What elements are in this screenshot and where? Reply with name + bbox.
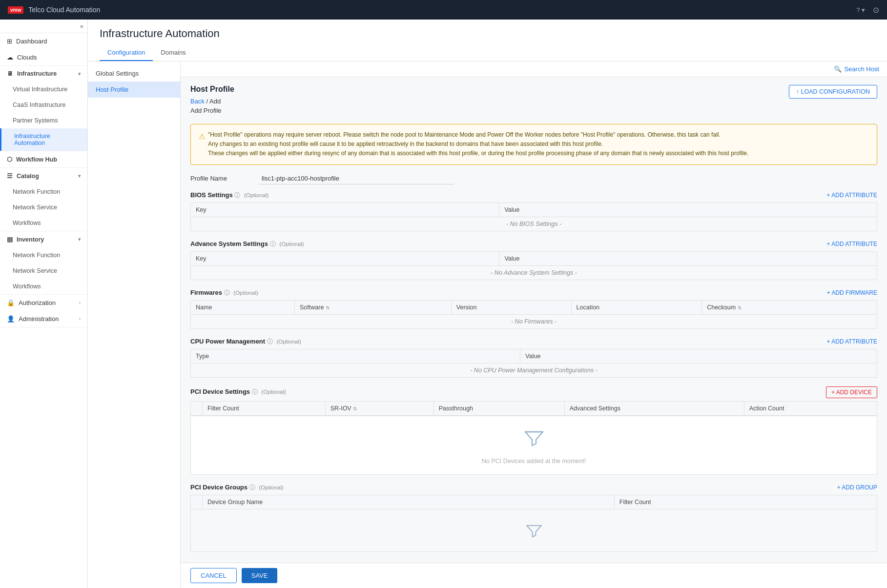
sidebar-item-infrastructure[interactable]: 🖥 Infrastructure ▾ xyxy=(0,66,87,81)
left-panel-item-global-settings[interactable]: Global Settings xyxy=(88,65,180,81)
pci-info-icon[interactable]: ⓘ xyxy=(252,388,258,395)
sidebar-item-inventory[interactable]: ▤ Inventory ▾ xyxy=(0,231,87,247)
pci-groups-info-icon[interactable]: ⓘ xyxy=(249,484,255,491)
search-host-button[interactable]: 🔍 Search Host xyxy=(834,65,879,73)
nav-brand: vmw Telco Cloud Automation xyxy=(8,6,100,14)
sidebar-item-label: Infrastructure xyxy=(17,70,57,77)
sidebar-collapse-button[interactable]: « xyxy=(0,20,87,33)
content-area: Infrastructure Automation Configuration … xyxy=(88,20,887,588)
tab-configuration[interactable]: Configuration xyxy=(100,45,153,61)
cpu-info-icon[interactable]: ⓘ xyxy=(267,338,273,345)
load-configuration-button[interactable]: ↑ LOAD CONFIGURATION xyxy=(789,85,877,99)
sidebar-item-virtual-infrastructure[interactable]: Virtual Infrastructure xyxy=(0,81,87,97)
pci-empty-state: No PCI Devices added at the moment! xyxy=(190,416,877,475)
fw-checksum-sort-icon[interactable]: ⇅ xyxy=(738,305,742,310)
sr-iov-sort-icon[interactable]: ⇅ xyxy=(353,406,357,411)
advance-add-attribute-button[interactable]: + ADD ATTRIBUTE xyxy=(827,241,877,247)
profile-name-input[interactable] xyxy=(259,173,454,184)
sidebar-item-label: Clouds xyxy=(17,54,37,61)
pci-groups-optional-label: (Optional) xyxy=(259,485,284,490)
sidebar-item-authorization[interactable]: 🔒 Authorization › xyxy=(0,295,87,311)
bios-optional-label: (Optional) xyxy=(244,192,269,198)
bios-add-attribute-button[interactable]: + ADD ATTRIBUTE xyxy=(827,192,877,199)
cpu-empty-text: - No CPU Power Management Configurations… xyxy=(191,363,877,377)
sidebar-item-inventory-network-function[interactable]: Network Function xyxy=(0,247,87,263)
bios-settings-table: Key Value - No BIOS Settings - xyxy=(190,203,877,231)
pci-device-settings-section: PCI Device Settings ⓘ (Optional) + ADD D… xyxy=(190,386,877,475)
sidebar-item-workflow-hub[interactable]: ⬡ Workflow Hub xyxy=(0,151,87,167)
bios-info-icon[interactable]: ⓘ xyxy=(234,192,240,199)
inventory-icon: ▤ xyxy=(7,236,13,243)
tab-domains[interactable]: Domains xyxy=(153,45,193,61)
fw-software-sort-icon[interactable]: ⇅ xyxy=(326,305,330,310)
sidebar-item-inventory-network-service[interactable]: Network Service xyxy=(0,263,87,279)
dashboard-icon: ⊞ xyxy=(7,38,12,45)
sidebar-item-infrastructure-automation[interactable]: Infrastructure Automation xyxy=(0,128,87,151)
section-title: Host Profile xyxy=(190,85,234,94)
fw-col-location: Location xyxy=(571,300,702,314)
sidebar-item-label: Dashboard xyxy=(16,38,47,45)
sidebar-item-inventory-workflows[interactable]: Workflows xyxy=(0,279,87,294)
fw-col-version: Version xyxy=(451,300,571,314)
firmwares-empty-text: - No Firmwares - xyxy=(191,314,877,328)
sidebar-item-dashboard[interactable]: ⊞ Dashboard xyxy=(0,33,87,49)
pci-add-device-button[interactable]: + ADD DEVICE xyxy=(826,386,877,398)
sidebar-item-caas-infrastructure[interactable]: CaaS Infrastructure xyxy=(0,97,87,113)
sidebar-item-clouds[interactable]: ☁ Clouds xyxy=(0,49,87,65)
left-panel: Global Settings Host Profile xyxy=(88,61,181,588)
page-tabs: Configuration Domains xyxy=(100,45,875,61)
save-button[interactable]: SAVE xyxy=(242,568,278,583)
advance-settings-table: Key Value - No Advance System Settings - xyxy=(190,251,877,280)
firmwares-info-icon[interactable]: ⓘ xyxy=(224,289,230,296)
sidebar-item-administration[interactable]: 👤 Administration › xyxy=(0,311,87,327)
pci-groups-title: PCI Device Groups xyxy=(190,484,248,491)
sidebar-item-label: Inventory xyxy=(17,236,44,243)
sidebar-item-catalog-network-service[interactable]: Network Service xyxy=(0,200,87,215)
firmwares-title: Firmwares xyxy=(190,289,222,296)
advance-info-icon[interactable]: ⓘ xyxy=(270,241,276,247)
sidebar-item-label: Workflows xyxy=(13,220,41,226)
help-icon[interactable]: ? ▾ xyxy=(856,6,865,14)
sidebar-item-catalog-network-function[interactable]: Network Function xyxy=(0,184,87,200)
advance-optional-label: (Optional) xyxy=(279,241,304,247)
catalog-icon: ☰ xyxy=(7,172,13,180)
pci-col-checkbox xyxy=(191,401,203,415)
warning-line2: Any changes to an existing host profile … xyxy=(208,140,748,149)
pci-groups-col-filter-count: Filter Count xyxy=(614,495,877,509)
user-icon[interactable]: ⊙ xyxy=(873,5,879,15)
cpu-optional-label: (Optional) xyxy=(276,339,301,345)
sidebar: « ⊞ Dashboard ☁ Clouds 🖥 Infrastructure … xyxy=(0,20,88,588)
pci-optional-label: (Optional) xyxy=(261,389,286,395)
infrastructure-icon: 🖥 xyxy=(7,70,13,77)
cancel-button[interactable]: CANCEL xyxy=(190,568,237,583)
advance-empty-text: - No Advance System Settings - xyxy=(191,265,877,280)
pci-groups-col-name: Device Group Name xyxy=(203,495,615,509)
firmwares-add-button[interactable]: + ADD FIRMWARE xyxy=(827,289,877,296)
pci-col-sr-iov: SR-IOV ⇅ xyxy=(325,401,433,415)
pci-groups-col-checkbox xyxy=(191,495,203,509)
workflow-icon: ⬡ xyxy=(7,156,12,163)
sidebar-item-catalog[interactable]: ☰ Catalog ▾ xyxy=(0,168,87,184)
cpu-add-attribute-button[interactable]: + ADD ATTRIBUTE xyxy=(827,338,877,345)
sidebar-item-label: Infrastructure Automation xyxy=(14,133,81,146)
sidebar-item-catalog-workflows[interactable]: Workflows xyxy=(0,215,87,231)
sidebar-item-label: Network Function xyxy=(13,252,60,259)
warning-box: ⚠ "Host Profile" operations may require … xyxy=(190,124,877,165)
sidebar-item-label: CaaS Infrastructure xyxy=(13,101,65,108)
sidebar-item-label: Network Service xyxy=(13,267,57,274)
left-panel-item-host-profile[interactable]: Host Profile xyxy=(88,81,180,98)
chevron-right-icon: › xyxy=(79,300,81,305)
profile-name-label: Profile Name xyxy=(190,175,259,182)
inner-layout: Global Settings Host Profile 🔍 Search Ho… xyxy=(88,61,887,588)
pci-groups-add-button[interactable]: + ADD GROUP xyxy=(837,484,877,491)
breadcrumb-separator: / Add xyxy=(206,98,221,105)
form-panel: Host Profile Back / Add Add Profile ↑ LO… xyxy=(181,77,887,563)
sidebar-item-label: Catalog xyxy=(17,173,39,180)
app-title: Telco Cloud Automation xyxy=(28,6,100,14)
pci-device-table: Filter Count SR-IOV ⇅ Passthrough Advanc… xyxy=(190,401,877,416)
sidebar-item-partner-systems[interactable]: Partner Systems xyxy=(0,113,87,128)
lock-icon: 🔒 xyxy=(7,299,15,306)
sidebar-item-label: Administration xyxy=(19,315,59,323)
bios-settings-section: BIOS Settings ⓘ (Optional) + ADD ATTRIBU… xyxy=(190,191,877,231)
back-link[interactable]: Back xyxy=(190,98,205,105)
